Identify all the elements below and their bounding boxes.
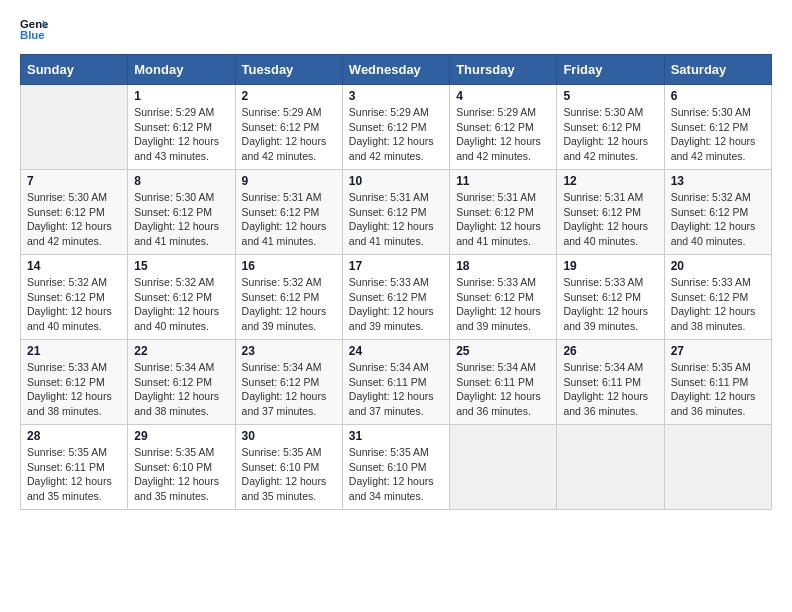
- day-info: Sunrise: 5:29 AM Sunset: 6:12 PM Dayligh…: [242, 105, 336, 164]
- calendar-week-row: 7Sunrise: 5:30 AM Sunset: 6:12 PM Daylig…: [21, 170, 772, 255]
- day-number: 25: [456, 344, 550, 358]
- calendar-cell: 3Sunrise: 5:29 AM Sunset: 6:12 PM Daylig…: [342, 85, 449, 170]
- calendar-cell: 9Sunrise: 5:31 AM Sunset: 6:12 PM Daylig…: [235, 170, 342, 255]
- day-info: Sunrise: 5:35 AM Sunset: 6:10 PM Dayligh…: [134, 445, 228, 504]
- calendar-week-row: 14Sunrise: 5:32 AM Sunset: 6:12 PM Dayli…: [21, 255, 772, 340]
- day-info: Sunrise: 5:33 AM Sunset: 6:12 PM Dayligh…: [27, 360, 121, 419]
- day-number: 20: [671, 259, 765, 273]
- day-number: 4: [456, 89, 550, 103]
- calendar-cell: 22Sunrise: 5:34 AM Sunset: 6:12 PM Dayli…: [128, 340, 235, 425]
- calendar-cell: 16Sunrise: 5:32 AM Sunset: 6:12 PM Dayli…: [235, 255, 342, 340]
- day-info: Sunrise: 5:30 AM Sunset: 6:12 PM Dayligh…: [671, 105, 765, 164]
- calendar-cell: 13Sunrise: 5:32 AM Sunset: 6:12 PM Dayli…: [664, 170, 771, 255]
- day-number: 18: [456, 259, 550, 273]
- calendar-cell: 31Sunrise: 5:35 AM Sunset: 6:10 PM Dayli…: [342, 425, 449, 510]
- svg-text:Blue: Blue: [20, 29, 45, 41]
- weekday-header-wednesday: Wednesday: [342, 55, 449, 85]
- day-info: Sunrise: 5:33 AM Sunset: 6:12 PM Dayligh…: [563, 275, 657, 334]
- calendar-cell: [450, 425, 557, 510]
- calendar-cell: 19Sunrise: 5:33 AM Sunset: 6:12 PM Dayli…: [557, 255, 664, 340]
- day-info: Sunrise: 5:32 AM Sunset: 6:12 PM Dayligh…: [27, 275, 121, 334]
- day-number: 1: [134, 89, 228, 103]
- day-info: Sunrise: 5:34 AM Sunset: 6:11 PM Dayligh…: [349, 360, 443, 419]
- calendar-cell: [664, 425, 771, 510]
- calendar-cell: 20Sunrise: 5:33 AM Sunset: 6:12 PM Dayli…: [664, 255, 771, 340]
- calendar-cell: 8Sunrise: 5:30 AM Sunset: 6:12 PM Daylig…: [128, 170, 235, 255]
- day-info: Sunrise: 5:34 AM Sunset: 6:11 PM Dayligh…: [456, 360, 550, 419]
- day-number: 11: [456, 174, 550, 188]
- calendar-cell: [557, 425, 664, 510]
- calendar-cell: 27Sunrise: 5:35 AM Sunset: 6:11 PM Dayli…: [664, 340, 771, 425]
- day-number: 24: [349, 344, 443, 358]
- calendar-cell: 29Sunrise: 5:35 AM Sunset: 6:10 PM Dayli…: [128, 425, 235, 510]
- day-info: Sunrise: 5:33 AM Sunset: 6:12 PM Dayligh…: [671, 275, 765, 334]
- weekday-header-tuesday: Tuesday: [235, 55, 342, 85]
- calendar-table: SundayMondayTuesdayWednesdayThursdayFrid…: [20, 54, 772, 510]
- calendar-week-row: 28Sunrise: 5:35 AM Sunset: 6:11 PM Dayli…: [21, 425, 772, 510]
- day-info: Sunrise: 5:35 AM Sunset: 6:11 PM Dayligh…: [27, 445, 121, 504]
- day-number: 17: [349, 259, 443, 273]
- day-info: Sunrise: 5:32 AM Sunset: 6:12 PM Dayligh…: [242, 275, 336, 334]
- day-number: 3: [349, 89, 443, 103]
- calendar-cell: 5Sunrise: 5:30 AM Sunset: 6:12 PM Daylig…: [557, 85, 664, 170]
- day-info: Sunrise: 5:34 AM Sunset: 6:11 PM Dayligh…: [563, 360, 657, 419]
- calendar-cell: 4Sunrise: 5:29 AM Sunset: 6:12 PM Daylig…: [450, 85, 557, 170]
- day-number: 12: [563, 174, 657, 188]
- calendar-cell: 15Sunrise: 5:32 AM Sunset: 6:12 PM Dayli…: [128, 255, 235, 340]
- day-number: 14: [27, 259, 121, 273]
- day-number: 22: [134, 344, 228, 358]
- day-number: 16: [242, 259, 336, 273]
- calendar-week-row: 1Sunrise: 5:29 AM Sunset: 6:12 PM Daylig…: [21, 85, 772, 170]
- day-info: Sunrise: 5:31 AM Sunset: 6:12 PM Dayligh…: [349, 190, 443, 249]
- logo-icon: General Blue: [20, 16, 48, 44]
- day-info: Sunrise: 5:33 AM Sunset: 6:12 PM Dayligh…: [456, 275, 550, 334]
- day-info: Sunrise: 5:34 AM Sunset: 6:12 PM Dayligh…: [134, 360, 228, 419]
- day-number: 30: [242, 429, 336, 443]
- day-info: Sunrise: 5:30 AM Sunset: 6:12 PM Dayligh…: [27, 190, 121, 249]
- calendar-cell: 2Sunrise: 5:29 AM Sunset: 6:12 PM Daylig…: [235, 85, 342, 170]
- day-number: 9: [242, 174, 336, 188]
- weekday-header-monday: Monday: [128, 55, 235, 85]
- day-info: Sunrise: 5:32 AM Sunset: 6:12 PM Dayligh…: [671, 190, 765, 249]
- calendar-cell: 1Sunrise: 5:29 AM Sunset: 6:12 PM Daylig…: [128, 85, 235, 170]
- day-info: Sunrise: 5:31 AM Sunset: 6:12 PM Dayligh…: [456, 190, 550, 249]
- logo: General Blue: [20, 16, 52, 44]
- day-info: Sunrise: 5:35 AM Sunset: 6:11 PM Dayligh…: [671, 360, 765, 419]
- calendar-header: SundayMondayTuesdayWednesdayThursdayFrid…: [21, 55, 772, 85]
- day-number: 19: [563, 259, 657, 273]
- calendar-cell: 7Sunrise: 5:30 AM Sunset: 6:12 PM Daylig…: [21, 170, 128, 255]
- weekday-header-sunday: Sunday: [21, 55, 128, 85]
- day-number: 10: [349, 174, 443, 188]
- day-info: Sunrise: 5:34 AM Sunset: 6:12 PM Dayligh…: [242, 360, 336, 419]
- day-info: Sunrise: 5:33 AM Sunset: 6:12 PM Dayligh…: [349, 275, 443, 334]
- day-number: 5: [563, 89, 657, 103]
- day-number: 15: [134, 259, 228, 273]
- calendar-cell: 11Sunrise: 5:31 AM Sunset: 6:12 PM Dayli…: [450, 170, 557, 255]
- calendar-cell: 6Sunrise: 5:30 AM Sunset: 6:12 PM Daylig…: [664, 85, 771, 170]
- calendar-week-row: 21Sunrise: 5:33 AM Sunset: 6:12 PM Dayli…: [21, 340, 772, 425]
- day-info: Sunrise: 5:29 AM Sunset: 6:12 PM Dayligh…: [134, 105, 228, 164]
- day-number: 21: [27, 344, 121, 358]
- day-number: 27: [671, 344, 765, 358]
- day-number: 6: [671, 89, 765, 103]
- page-header: General Blue: [20, 16, 772, 44]
- day-number: 13: [671, 174, 765, 188]
- calendar-cell: [21, 85, 128, 170]
- day-number: 2: [242, 89, 336, 103]
- calendar-cell: 25Sunrise: 5:34 AM Sunset: 6:11 PM Dayli…: [450, 340, 557, 425]
- calendar-cell: 12Sunrise: 5:31 AM Sunset: 6:12 PM Dayli…: [557, 170, 664, 255]
- day-number: 8: [134, 174, 228, 188]
- calendar-cell: 26Sunrise: 5:34 AM Sunset: 6:11 PM Dayli…: [557, 340, 664, 425]
- calendar-cell: 14Sunrise: 5:32 AM Sunset: 6:12 PM Dayli…: [21, 255, 128, 340]
- day-number: 7: [27, 174, 121, 188]
- day-info: Sunrise: 5:35 AM Sunset: 6:10 PM Dayligh…: [242, 445, 336, 504]
- weekday-header-friday: Friday: [557, 55, 664, 85]
- weekday-header-saturday: Saturday: [664, 55, 771, 85]
- calendar-cell: 30Sunrise: 5:35 AM Sunset: 6:10 PM Dayli…: [235, 425, 342, 510]
- day-info: Sunrise: 5:30 AM Sunset: 6:12 PM Dayligh…: [563, 105, 657, 164]
- day-number: 31: [349, 429, 443, 443]
- day-number: 28: [27, 429, 121, 443]
- day-number: 23: [242, 344, 336, 358]
- calendar-cell: 18Sunrise: 5:33 AM Sunset: 6:12 PM Dayli…: [450, 255, 557, 340]
- calendar-body: 1Sunrise: 5:29 AM Sunset: 6:12 PM Daylig…: [21, 85, 772, 510]
